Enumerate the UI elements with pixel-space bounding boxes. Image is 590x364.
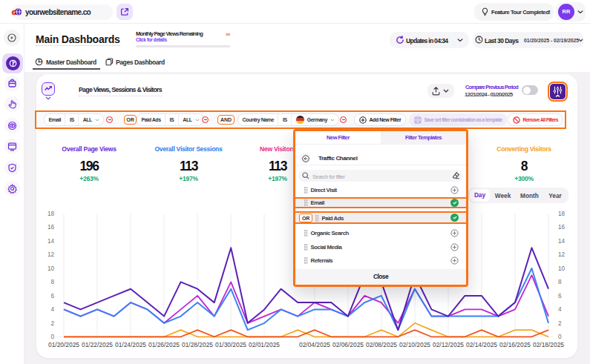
svg-text:8: 8 [558, 279, 562, 285]
svg-text:02/01/2025: 02/01/2025 [249, 341, 280, 348]
svg-text:14: 14 [558, 238, 566, 245]
svg-text:12: 12 [47, 251, 55, 258]
svg-text:4: 4 [558, 306, 562, 313]
svg-text:02/06/2025: 02/06/2025 [332, 341, 364, 348]
svg-text:6: 6 [558, 293, 562, 300]
svg-text:16: 16 [558, 224, 566, 231]
svg-text:18: 18 [558, 211, 566, 217]
svg-text:02/08/2025: 02/08/2025 [366, 341, 397, 348]
svg-text:14: 14 [47, 238, 55, 245]
svg-text:12: 12 [558, 251, 566, 258]
svg-text:01/24/2025: 01/24/2025 [115, 341, 146, 348]
svg-text:01/22/2025: 01/22/2025 [82, 341, 113, 348]
svg-text:02/14/2025: 02/14/2025 [466, 341, 497, 348]
svg-text:02/12/2025: 02/12/2025 [433, 341, 464, 348]
svg-text:0: 0 [558, 334, 562, 340]
svg-text:16: 16 [47, 224, 55, 231]
svg-text:02/04/2025: 02/04/2025 [299, 341, 330, 348]
svg-text:0: 0 [50, 334, 54, 340]
svg-text:8: 8 [50, 279, 54, 285]
svg-text:01/20/2025: 01/20/2025 [48, 341, 79, 348]
svg-text:18: 18 [47, 211, 55, 217]
svg-text:01/28/2025: 01/28/2025 [182, 341, 213, 348]
svg-text:10: 10 [47, 265, 55, 272]
svg-text:4: 4 [50, 306, 54, 313]
svg-text:02/16/2025: 02/16/2025 [499, 341, 531, 348]
svg-text:2: 2 [558, 320, 562, 327]
svg-text:10: 10 [558, 265, 566, 272]
svg-text:6: 6 [50, 293, 54, 300]
svg-text:01/26/2025: 01/26/2025 [148, 341, 180, 348]
svg-text:2: 2 [50, 320, 54, 327]
svg-text:02/18/2025: 02/18/2025 [533, 341, 564, 348]
svg-text:02/10/2025: 02/10/2025 [399, 341, 430, 348]
svg-text:01/30/2025: 01/30/2025 [215, 341, 246, 348]
